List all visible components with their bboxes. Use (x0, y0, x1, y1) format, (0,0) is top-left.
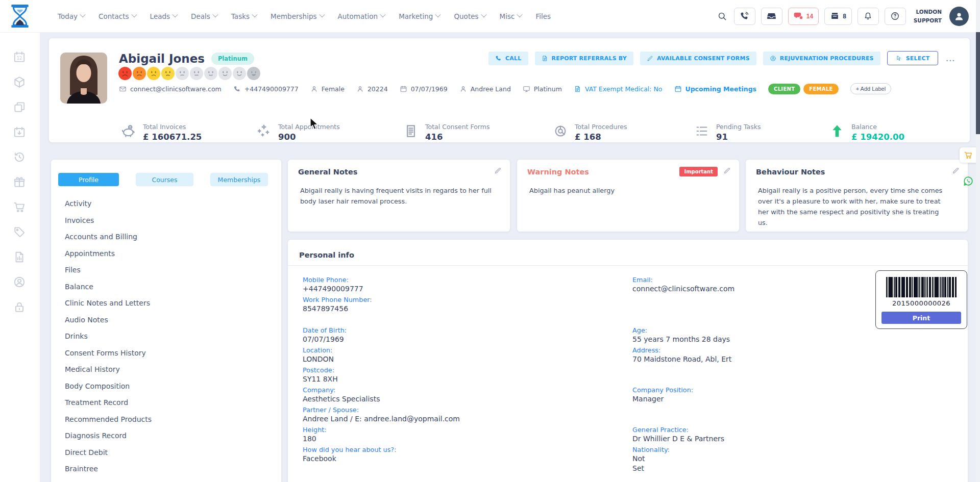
rail-calendar-icon[interactable] (13, 50, 27, 65)
scrollbar-thumb[interactable] (976, 32, 980, 134)
panel-menu-item[interactable]: Body Composition (51, 378, 281, 395)
barcode-number: 2015000000026 (876, 299, 967, 307)
nav-item[interactable]: Memberships (271, 12, 324, 20)
nav-item[interactable]: Deals (191, 12, 217, 20)
person-icon (356, 85, 364, 93)
print-barcode-button[interactable]: Print (881, 312, 961, 324)
stat-item: Total Appointments 900 (256, 123, 340, 142)
rail-shop-cart-icon[interactable] (13, 200, 27, 215)
satisfaction-emoji-4[interactable] (161, 67, 175, 80)
rail-security-lock-icon[interactable] (13, 300, 27, 315)
panel-menu-item[interactable]: Consent Forms History (51, 345, 281, 362)
nav-item[interactable]: Tasks (231, 12, 257, 20)
satisfaction-emoji-3[interactable] (147, 67, 160, 80)
edit-pencil-icon[interactable] (494, 167, 502, 174)
app-logo-icon[interactable] (8, 4, 32, 29)
panel-menu-item[interactable]: Braintree (51, 461, 281, 477)
nav-item[interactable]: Today (58, 12, 85, 20)
rail-bookings-calendar-icon[interactable] (13, 125, 27, 140)
panel-menu-item[interactable]: Drinks (51, 328, 281, 345)
user-avatar[interactable] (949, 7, 969, 26)
nav-item[interactable]: Automation (338, 12, 385, 20)
calendar-icon (674, 85, 682, 93)
rail-gift-voucher-icon[interactable] (13, 175, 27, 190)
floating-basket-button[interactable] (960, 147, 977, 163)
panel-menu-item[interactable]: Diagnosis Record (51, 427, 281, 444)
vat-exempt-link[interactable]: VAT Exempt Medical: No (574, 85, 663, 93)
client-photo[interactable] (60, 53, 107, 104)
client-partner[interactable]: Andree Land (459, 85, 511, 93)
rail-rooms-layers-icon[interactable] (13, 100, 27, 115)
nav-item[interactable]: Misc (500, 12, 522, 20)
panel-menu-item[interactable]: Audio Notes (51, 312, 281, 328)
stat-item: Total Procedures £ 168 (553, 123, 627, 142)
panel-tabs: Profile Courses Memberships (58, 173, 268, 186)
panel-menu-item[interactable]: Activity (51, 195, 281, 212)
label-pill[interactable]: CLIENT (768, 84, 800, 94)
satisfaction-emoji-7[interactable] (204, 67, 217, 80)
satisfaction-emoji-8[interactable] (218, 67, 232, 80)
inbox-button[interactable] (761, 8, 782, 25)
client-email[interactable]: connect@clinicsoftware.com (119, 85, 222, 93)
satisfaction-emoji-10[interactable] (247, 67, 260, 80)
satisfaction-emoji-5[interactable] (176, 67, 189, 80)
field-value: Dr Whillier D E & Partners (632, 434, 958, 444)
available-consent-forms-button[interactable]: AVAILABLE CONSENT FORMS (640, 52, 756, 65)
more-actions-button[interactable]: ... (945, 54, 957, 63)
rail-history-clock-icon[interactable] (13, 150, 27, 165)
select-button[interactable]: SELECT (887, 51, 939, 65)
panel-menu-item[interactable]: Medical History (51, 361, 281, 378)
satisfaction-emoji-2[interactable] (133, 67, 146, 80)
nav-item[interactable]: Marketing (399, 12, 440, 20)
field-label: How did you hear about us?: (303, 445, 632, 454)
nav-item[interactable]: Leads (150, 12, 177, 20)
nav-item[interactable]: Quotes (454, 12, 485, 20)
rail-clients-circle-icon[interactable] (13, 275, 27, 290)
pos-terminal-button[interactable]: 8 (824, 8, 852, 25)
panel-menu-item[interactable]: Loyalty Programme (51, 477, 281, 482)
mail-icon (119, 85, 127, 93)
satisfaction-emoji-6[interactable] (190, 67, 203, 80)
rejuvenation-procedures-button[interactable]: REJUVENATION PROCEDURES (763, 52, 880, 65)
satisfaction-emoji-1[interactable] (118, 67, 132, 80)
whatsapp-button[interactable] (963, 175, 974, 187)
personal-info-row: Location: LONDON Address: 70 Maidstone R… (303, 346, 958, 366)
help-button[interactable] (885, 8, 906, 25)
panel-menu-item[interactable]: Clinic Notes and Letters (51, 295, 281, 312)
edit-pencil-icon[interactable] (952, 167, 960, 174)
tab-courses[interactable]: Courses (136, 173, 193, 186)
panel-menu-item[interactable]: Appointments (51, 245, 281, 262)
panel-menu-item[interactable]: Invoices (51, 212, 281, 229)
label-pill[interactable]: FEMALE (803, 84, 838, 94)
notifications-button[interactable] (857, 8, 879, 25)
tab-profile[interactable]: Profile (58, 173, 119, 186)
nav-item[interactable]: Contacts (99, 12, 136, 20)
panel-menu-item[interactable]: Recommended Products (51, 411, 281, 428)
important-badge: Important (679, 167, 718, 176)
panel-menu-item[interactable]: Files (51, 262, 281, 278)
rail-products-cube-icon[interactable] (13, 75, 27, 90)
panel-menu-item[interactable]: Accounts and Billing (51, 229, 281, 245)
field-label: Nationality: (632, 445, 958, 454)
monitor-icon (523, 85, 530, 93)
panel-menu-item[interactable]: Balance (51, 278, 281, 295)
search-button[interactable] (716, 11, 728, 21)
client-mobile[interactable]: +447490009777 (233, 85, 299, 93)
page-scrollbar[interactable] (976, 0, 980, 482)
add-label-button[interactable]: + Add Label (850, 83, 891, 94)
dialer-button[interactable] (734, 8, 755, 25)
call-button[interactable]: CALL (488, 52, 528, 65)
panel-menu-item[interactable]: Treatment Record (51, 394, 281, 411)
satisfaction-emoji-9[interactable] (233, 67, 246, 80)
rail-offers-tag-icon[interactable] (13, 225, 27, 240)
rail-reports-document-icon[interactable] (13, 250, 27, 265)
tab-memberships[interactable]: Memberships (210, 173, 268, 186)
report-referrals-button[interactable]: REPORT REFERRALS BY (535, 52, 633, 65)
upcoming-meetings-link[interactable]: Upcoming Meetings (674, 85, 757, 93)
nav-item[interactable]: Files (535, 12, 551, 20)
chat-button[interactable]: 14 (788, 8, 819, 25)
location-label[interactable]: LONDON SUPPORT (914, 8, 942, 24)
whatsapp-icon (963, 175, 974, 187)
panel-menu-item[interactable]: Direct Debit (51, 444, 281, 461)
edit-pencil-icon[interactable] (723, 167, 731, 174)
